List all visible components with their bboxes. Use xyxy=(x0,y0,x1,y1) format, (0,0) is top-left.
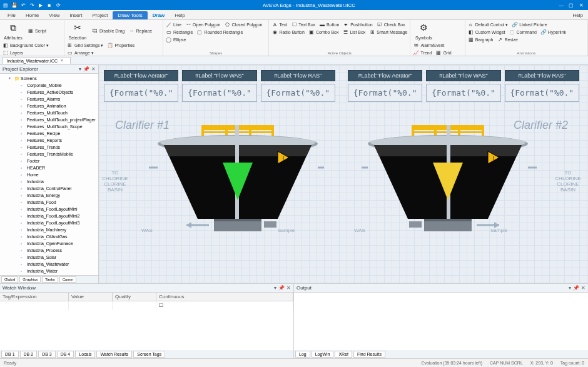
ribbon-closed-polygon[interactable]: ⬠Closed Polygon xyxy=(224,21,262,28)
tree-item[interactable]: ▫Industria_Solar xyxy=(15,254,97,261)
tree-item[interactable]: ▫Home xyxy=(15,171,97,178)
explorer-tab[interactable]: Global xyxy=(1,276,18,283)
ribbon-trend[interactable]: 📈Trend xyxy=(413,49,432,56)
qat-run-icon[interactable]: ▶ xyxy=(38,2,44,8)
ribbon-alarm-event[interactable]: ✉Alarm/Event xyxy=(413,42,444,48)
explorer-pin-icon[interactable]: 📌 xyxy=(83,66,89,72)
ribbon-attributes[interactable]: ⧉Attributes xyxy=(3,21,24,41)
qat-redo-icon[interactable]: ↷ xyxy=(29,2,35,8)
tag-label-box[interactable]: #Label:"Flow RAS" xyxy=(261,70,335,81)
tree-item[interactable]: ▫Features_MultiTouch_projectFinger xyxy=(15,116,97,123)
ribbon-grid[interactable]: ▦Grid xyxy=(435,49,451,56)
watch-tab[interactable]: DB 1 xyxy=(1,351,19,358)
tree-item[interactable]: ▫Industria_Energy xyxy=(15,192,97,199)
output-dropdown-icon[interactable]: ▾ xyxy=(569,285,571,291)
watch-cell[interactable]: ☐ xyxy=(156,301,293,310)
value-display-box[interactable]: {Format("%0." xyxy=(182,84,256,102)
window-minimize-icon[interactable]: — xyxy=(557,3,565,8)
watch-cell[interactable] xyxy=(113,301,156,310)
tree-item[interactable]: ▫Industria_FoodLayoutMini2 xyxy=(15,213,97,219)
doc-tab[interactable]: Industria_Wastewater.ICC ✕ xyxy=(3,57,71,64)
tree-root[interactable]: ▾📁 Screens xyxy=(9,75,97,82)
watch-cell[interactable] xyxy=(0,301,69,310)
tree-item[interactable]: ▫Footer xyxy=(15,158,97,164)
ribbon-radio-button[interactable]: ◉Radio Button xyxy=(271,29,304,35)
explorer-close-icon[interactable]: ✕ xyxy=(91,66,96,72)
qat-refresh-icon[interactable]: ⟳ xyxy=(55,2,61,8)
explorer-tab[interactable]: Comm xyxy=(59,276,77,283)
watch-tab[interactable]: Locals xyxy=(75,351,95,358)
tree-item[interactable]: ▫Industria xyxy=(15,178,97,185)
ribbon-open-polygon[interactable]: 〰Open Polygon xyxy=(185,21,220,28)
watch-grid[interactable]: Tag/Expression Value Quality Continuous … xyxy=(0,293,293,350)
ribbon-pushbutton[interactable]: ⏷Pushbutton xyxy=(343,21,372,28)
ribbon-rounded-rectangle[interactable]: ▢Rounded Rectangle xyxy=(196,29,243,35)
tree-item[interactable]: ▫Industria_Process xyxy=(15,247,97,254)
ribbon-rectangle[interactable]: ▭Rectangle xyxy=(166,29,193,35)
qat-save-icon[interactable]: 💾 xyxy=(11,2,18,8)
output-tab[interactable]: LogWin xyxy=(312,351,334,358)
watch-tab[interactable]: DB 2 xyxy=(20,351,38,358)
tab-project[interactable]: Project xyxy=(87,11,113,19)
tree-item[interactable]: ▫Features_Recipe xyxy=(15,130,97,137)
tree-item[interactable]: ▫Features_Animation xyxy=(15,103,97,109)
tree-item[interactable]: ▫Industria_Machinery xyxy=(15,226,97,233)
ribbon-text-box[interactable]: ☐Text Box xyxy=(291,21,315,28)
tab-home[interactable]: Home xyxy=(21,11,44,19)
ribbon-button[interactable]: ▬Button xyxy=(319,21,339,28)
ribbon-ellipse[interactable]: ◯Ellipse xyxy=(166,36,186,43)
tag-label-box[interactable]: #Label:"Flow RAS" xyxy=(505,70,579,81)
tree-item[interactable]: ▫Features_Reports xyxy=(15,137,97,144)
ribbon-default-control-[interactable]: ⎌Default Control ▾ xyxy=(468,21,509,28)
ribbon-background-color-[interactable]: ◧Background Color ▾ xyxy=(3,42,49,48)
ribbon-command[interactable]: ⬚Command xyxy=(509,29,537,35)
watch-tab[interactable]: DB 4 xyxy=(57,351,74,358)
tag-label-box[interactable]: #Label:"Flow Aerator" xyxy=(348,70,422,81)
ribbon-list-box[interactable]: ☰List Box xyxy=(342,29,365,35)
tree-item[interactable]: ▫Industria_FoodLayoutMini3 xyxy=(15,219,97,226)
window-maximize-icon[interactable]: ▢ xyxy=(567,3,575,8)
tree-item[interactable]: ▫Industria_OpenFurnace xyxy=(15,240,97,247)
clarifier-graphic[interactable]: ! xyxy=(362,125,537,240)
ribbon-layers[interactable]: ⬚Layers xyxy=(3,49,23,56)
tree-item[interactable]: ▫Industria_FoodLayoutMini xyxy=(15,206,97,213)
explorer-tree[interactable]: ▾📁 Screens ▫Corporate_Mobile▫Features_Ac… xyxy=(0,74,98,275)
value-display-box[interactable]: {Format("%0." xyxy=(426,84,500,102)
qat-stop-icon[interactable]: ■ xyxy=(46,2,53,8)
watch-cell[interactable] xyxy=(69,301,113,310)
value-display-box[interactable]: {Format("%0." xyxy=(261,84,335,102)
watch-tab[interactable]: Screen Tags xyxy=(133,351,165,358)
tree-item[interactable]: ▫Features_Trends xyxy=(15,144,97,151)
tree-item[interactable]: ▫Features_Alarms xyxy=(15,96,97,103)
watch-close-icon[interactable]: ✕ xyxy=(286,285,291,291)
output-tab[interactable]: Find Results xyxy=(353,351,385,358)
ribbon-hyperlink[interactable]: 🔗Hyperlink xyxy=(540,29,566,35)
ribbon-linked-picture[interactable]: 🔗Linked Picture xyxy=(512,21,547,28)
ribbon-disable-drag[interactable]: ⿻Disable Drag xyxy=(92,21,124,41)
ribbon-combo-box[interactable]: ▣Combo Box xyxy=(308,29,339,35)
tab-insert[interactable]: Insert xyxy=(64,11,87,19)
tab-draw[interactable]: Draw xyxy=(148,11,170,19)
ribbon-selection[interactable]: ✂Selection xyxy=(67,21,88,41)
watch-dropdown-icon[interactable]: ▾ xyxy=(274,285,276,291)
ribbon-script[interactable]: ▦Script xyxy=(28,21,46,41)
watch-col-value[interactable]: Value xyxy=(69,293,113,301)
tree-item[interactable]: ▫Industria_ControlPanel xyxy=(15,185,97,192)
design-canvas[interactable]: #Label:"Flow Aerator"#Label:"Flow WAS"#L… xyxy=(99,65,588,283)
tree-item[interactable]: ▫Features_TrendsMobile xyxy=(15,151,97,158)
ribbon-check-box[interactable]: ☑Check Box xyxy=(377,21,405,28)
qat-undo-icon[interactable]: ↶ xyxy=(20,2,26,8)
ribbon-help-button[interactable]: Help xyxy=(568,11,588,19)
watch-col-tag[interactable]: Tag/Expression xyxy=(0,293,69,301)
value-display-box[interactable]: {Format("%0." xyxy=(348,84,422,102)
tab-draw-tools[interactable]: Draw Tools xyxy=(113,11,147,19)
watch-tab[interactable]: DB 3 xyxy=(38,351,56,358)
ribbon-arrange-[interactable]: ▭Arrange ▾ xyxy=(67,49,94,56)
tree-item[interactable]: ▫Features_MultiTouch_Scope xyxy=(15,123,97,130)
explorer-tab[interactable]: Tasks xyxy=(42,276,58,283)
ribbon-grid-settings-[interactable]: ⊞Grid Settings ▾ xyxy=(67,42,103,48)
qat-file-icon[interactable]: ▤ xyxy=(3,2,9,8)
output-tab[interactable]: Log xyxy=(295,351,310,358)
tree-item[interactable]: ▫HEADER xyxy=(15,164,97,171)
output-close-icon[interactable]: ✕ xyxy=(581,285,585,291)
